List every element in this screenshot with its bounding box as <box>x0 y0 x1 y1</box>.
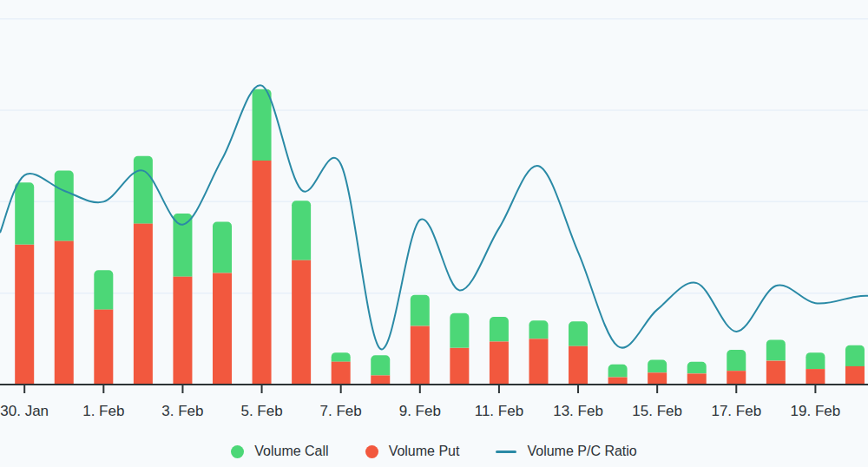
put-bar-segment[interactable] <box>569 346 588 385</box>
put-bar-segment[interactable] <box>450 348 469 385</box>
volume-call-marker-icon <box>231 445 244 458</box>
call-bar-segment[interactable] <box>371 355 390 375</box>
call-bar-segment[interactable] <box>253 89 272 161</box>
x-tick-label: 5. Feb <box>240 403 282 419</box>
legend-label-volume-pc-ratio: Volume P/C Ratio <box>527 444 636 459</box>
put-bar-segment[interactable] <box>766 361 786 385</box>
call-bar-segment[interactable] <box>727 350 746 371</box>
call-bar-segment[interactable] <box>608 365 628 378</box>
x-tick-label: 11. Feb <box>475 403 523 419</box>
put-bar-segment[interactable] <box>490 341 509 385</box>
put-bar-segment[interactable] <box>608 378 628 385</box>
x-tick-label: 9. Feb <box>399 403 441 419</box>
put-bar-segment[interactable] <box>134 224 153 385</box>
put-bar-segment[interactable] <box>648 372 667 385</box>
volume-pc-ratio-marker-icon <box>496 451 516 453</box>
x-tick-label: 7. Feb <box>320 403 362 419</box>
call-bar-segment[interactable] <box>529 320 548 339</box>
put-bar-segment[interactable] <box>845 366 865 385</box>
put-bar-segment[interactable] <box>55 241 74 385</box>
put-bar-segment[interactable] <box>727 371 746 385</box>
call-bar-segment[interactable] <box>134 156 153 224</box>
put-bar-segment[interactable] <box>332 362 351 385</box>
put-bar-segment[interactable] <box>371 375 390 385</box>
call-bar-segment[interactable] <box>332 352 351 362</box>
volume-put-marker-icon <box>365 445 378 458</box>
put-bar-segment[interactable] <box>687 373 707 385</box>
call-bar-segment[interactable] <box>687 362 707 374</box>
call-bar-segment[interactable] <box>173 214 192 277</box>
call-bar-segment[interactable] <box>490 317 509 341</box>
legend-label-volume-put: Volume Put <box>389 444 460 459</box>
legend-label-volume-call: Volume Call <box>254 444 328 459</box>
put-bar-segment[interactable] <box>411 326 430 385</box>
call-bar-segment[interactable] <box>766 339 786 360</box>
put-bar-segment[interactable] <box>94 310 113 385</box>
legend-item-volume-call[interactable]: Volume Call <box>231 444 328 459</box>
x-tick-label: 13. Feb <box>553 403 603 419</box>
x-tick-label: 3. Feb <box>161 403 203 419</box>
put-bar-segment[interactable] <box>173 277 192 385</box>
put-bar-segment[interactable] <box>806 369 825 385</box>
put-bar-segment[interactable] <box>253 161 272 385</box>
call-bar-segment[interactable] <box>411 295 430 326</box>
call-bar-segment[interactable] <box>94 270 113 309</box>
put-bar-segment[interactable] <box>292 260 311 385</box>
call-bar-segment[interactable] <box>845 345 865 366</box>
call-bar-segment[interactable] <box>213 222 232 273</box>
call-bar-segment[interactable] <box>569 321 588 345</box>
call-bar-segment[interactable] <box>450 313 469 348</box>
x-tick-label: 19. Feb <box>791 403 841 419</box>
call-bar-segment[interactable] <box>292 201 311 260</box>
chart-canvas: 30. Jan1. Feb3. Feb5. Feb7. Feb9. Feb11.… <box>0 0 868 467</box>
volume-put-call-chart: 30. Jan1. Feb3. Feb5. Feb7. Feb9. Feb11.… <box>0 0 868 467</box>
put-bar-segment[interactable] <box>529 339 548 385</box>
x-tick-label: 17. Feb <box>711 403 761 419</box>
call-bar-segment[interactable] <box>806 352 825 369</box>
pc-ratio-line[interactable] <box>0 85 868 349</box>
put-bar-segment[interactable] <box>213 273 232 385</box>
call-bar-segment[interactable] <box>648 360 667 373</box>
call-bar-segment[interactable] <box>55 171 74 241</box>
legend: Volume Call Volume Put Volume P/C Ratio <box>0 439 868 464</box>
put-bar-segment[interactable] <box>15 245 34 385</box>
legend-item-volume-put[interactable]: Volume Put <box>365 444 460 459</box>
x-tick-label: 1. Feb <box>82 403 124 419</box>
call-bar-segment[interactable] <box>15 182 34 245</box>
legend-item-volume-pc-ratio[interactable]: Volume P/C Ratio <box>496 444 636 459</box>
x-tick-label: 30. Jan <box>0 403 49 419</box>
x-tick-label: 15. Feb <box>632 403 682 419</box>
